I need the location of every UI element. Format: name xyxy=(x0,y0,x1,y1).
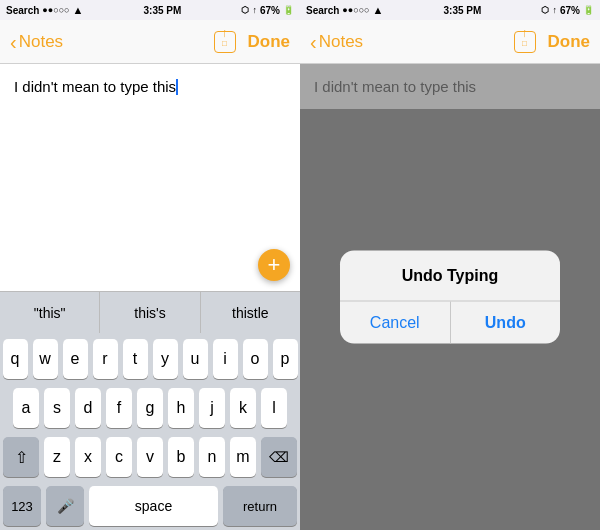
key-t[interactable]: t xyxy=(123,339,148,379)
key-q[interactable]: q xyxy=(3,339,28,379)
keyboard-row-3: ⇧ z x c v b n m ⌫ xyxy=(3,437,297,477)
done-button-left[interactable]: Done xyxy=(248,32,291,52)
key-d[interactable]: d xyxy=(75,388,101,428)
fab-plus-button[interactable]: + xyxy=(258,249,290,281)
status-right-left: ⬡ ↑ 67% 🔋 xyxy=(241,5,294,16)
content-wrapper-right: I didn't mean to type this Undo Typing C… xyxy=(300,64,600,530)
note-area-left[interactable]: I didn't mean to type this + xyxy=(0,64,300,291)
key-b[interactable]: b xyxy=(168,437,194,477)
key-v[interactable]: v xyxy=(137,437,163,477)
key-l[interactable]: l xyxy=(261,388,287,428)
undo-dialog: Undo Typing Cancel Undo xyxy=(340,251,560,344)
cursor-left xyxy=(176,79,178,95)
right-phone: Search ●●○○○ ▲ 3:35 PM ⬡ ↑ 67% 🔋 ‹ Notes… xyxy=(300,0,600,530)
signal-dots: ●●○○○ xyxy=(42,5,69,15)
carrier-label-right: Search xyxy=(306,5,339,16)
key-o[interactable]: o xyxy=(243,339,268,379)
status-right-right: ⬡ ↑ 67% 🔋 xyxy=(541,5,594,16)
keyboard-row-4: 123 🎤 space return xyxy=(3,486,297,526)
share-arrow-icon-right: ↑ xyxy=(522,26,528,40)
key-delete[interactable]: ⌫ xyxy=(261,437,297,477)
nav-bar-left: ‹ Notes ↑ □ Done xyxy=(0,20,300,64)
back-button-right[interactable]: ‹ Notes xyxy=(310,32,363,52)
autocomplete-item-1[interactable]: this's xyxy=(100,292,200,333)
back-chevron-left: ‹ xyxy=(10,32,17,52)
key-u[interactable]: u xyxy=(183,339,208,379)
key-f[interactable]: f xyxy=(106,388,132,428)
status-right-left2: Search ●●○○○ ▲ xyxy=(306,4,383,16)
key-g[interactable]: g xyxy=(137,388,163,428)
key-m[interactable]: m xyxy=(230,437,256,477)
share-box-icon-right: □ xyxy=(522,39,527,48)
key-shift[interactable]: ⇧ xyxy=(3,437,39,477)
share-box-icon: □ xyxy=(222,39,227,48)
key-return[interactable]: return xyxy=(223,486,297,526)
key-z[interactable]: z xyxy=(44,437,70,477)
left-phone: Search ●●○○○ ▲ 3:35 PM ⬡ ↑ 67% 🔋 ‹ Notes… xyxy=(0,0,300,530)
dialog-undo-button[interactable]: Undo xyxy=(451,302,561,344)
key-j[interactable]: j xyxy=(199,388,225,428)
carrier-label: Search xyxy=(6,5,39,16)
key-k[interactable]: k xyxy=(230,388,256,428)
share-arrow-icon: ↑ xyxy=(222,26,228,40)
key-n[interactable]: n xyxy=(199,437,225,477)
keyboard-row-2: a s d f g h j k l xyxy=(3,388,297,428)
dialog-title: Undo Typing xyxy=(340,251,560,293)
key-r[interactable]: r xyxy=(93,339,118,379)
key-w[interactable]: w xyxy=(33,339,58,379)
back-chevron-right: ‹ xyxy=(310,32,317,52)
done-button-right[interactable]: Done xyxy=(548,32,591,52)
battery-label-right: 67% xyxy=(560,5,580,16)
autocomplete-item-2[interactable]: thistle xyxy=(201,292,300,333)
nav-title-left: Notes xyxy=(19,32,63,52)
wifi-icon-right: ▲ xyxy=(373,4,384,16)
key-x[interactable]: x xyxy=(75,437,101,477)
signal-dots-right: ●●○○○ xyxy=(342,5,369,15)
battery-icon-right: 🔋 xyxy=(583,5,594,15)
key-e[interactable]: e xyxy=(63,339,88,379)
battery-icon: 🔋 xyxy=(283,5,294,15)
status-bar-left: Search ●●○○○ ▲ 3:35 PM ⬡ ↑ 67% 🔋 xyxy=(0,0,300,20)
time-display-right: 3:35 PM xyxy=(444,5,482,16)
autocomplete-item-0[interactable]: "this" xyxy=(0,292,100,333)
key-a[interactable]: a xyxy=(13,388,39,428)
share-button-left[interactable]: ↑ □ xyxy=(214,31,236,53)
key-p[interactable]: p xyxy=(273,339,298,379)
autocomplete-bar: "this" this's thistle xyxy=(0,291,300,333)
key-i[interactable]: i xyxy=(213,339,238,379)
nav-bar-right: ‹ Notes ↑ □ Done xyxy=(300,20,600,64)
key-y[interactable]: y xyxy=(153,339,178,379)
key-h[interactable]: h xyxy=(168,388,194,428)
nav-right-right: ↑ □ Done xyxy=(514,31,591,53)
key-mic[interactable]: 🎤 xyxy=(46,486,84,526)
back-button-left[interactable]: ‹ Notes xyxy=(10,32,63,52)
keyboard: q w e r t y u i o p a s d f g h j k l ⇧ … xyxy=(0,333,300,530)
keyboard-row-1: q w e r t y u i o p xyxy=(3,339,297,379)
dialog-buttons: Cancel Undo xyxy=(340,302,560,344)
key-c[interactable]: c xyxy=(106,437,132,477)
key-s[interactable]: s xyxy=(44,388,70,428)
nav-right-left: ↑ □ Done xyxy=(214,31,291,53)
bt-icon-right: ⬡ xyxy=(541,5,549,15)
note-text-left: I didn't mean to type this xyxy=(14,78,176,95)
share-button-right[interactable]: ↑ □ xyxy=(514,31,536,53)
dialog-cancel-button[interactable]: Cancel xyxy=(340,302,451,344)
nav-title-right: Notes xyxy=(319,32,363,52)
arrow-icon-right: ↑ xyxy=(552,5,557,15)
key-num[interactable]: 123 xyxy=(3,486,41,526)
status-left: Search ●●○○○ ▲ xyxy=(6,4,83,16)
bt-icon: ⬡ xyxy=(241,5,249,15)
arrow-icon: ↑ xyxy=(252,5,257,15)
key-space[interactable]: space xyxy=(89,486,218,526)
time-display-left: 3:35 PM xyxy=(144,5,182,16)
status-bar-right: Search ●●○○○ ▲ 3:35 PM ⬡ ↑ 67% 🔋 xyxy=(300,0,600,20)
battery-label-left: 67% xyxy=(260,5,280,16)
wifi-icon: ▲ xyxy=(73,4,84,16)
